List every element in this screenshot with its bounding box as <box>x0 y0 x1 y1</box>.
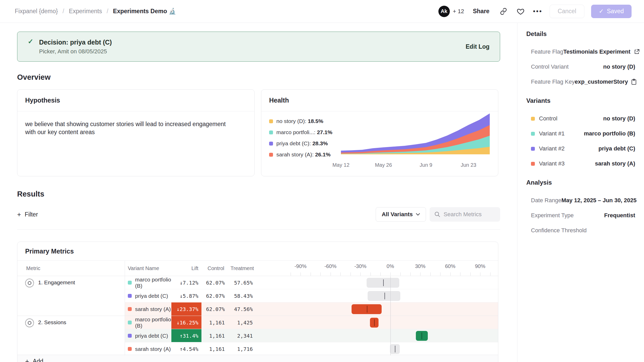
breadcrumb-separator: / <box>62 8 64 15</box>
copy-link-icon[interactable] <box>498 6 509 17</box>
lift-axis-tick <box>291 272 291 276</box>
primary-metrics-card: Primary Metrics Metric Variant Name Lift… <box>17 242 498 362</box>
confidence-interval-bar[interactable] <box>367 278 399 288</box>
control-cell: 62.07% <box>201 276 227 289</box>
variant-row: Control no story (D) <box>526 111 635 126</box>
add-filter-button[interactable]: + Filter <box>17 211 38 219</box>
health-card: Health no story (D): 18.5% marco portfol… <box>261 89 498 176</box>
favorite-icon[interactable] <box>515 6 526 17</box>
legend-item[interactable]: priya debt (C): 28.3% <box>269 140 332 147</box>
topbar-actions: Ak + 12 Share ••• Cancel ✓ Saved <box>438 5 632 18</box>
variant-name-cell[interactable]: priya debt (C) <box>125 289 171 302</box>
detail-row-control-variant: Control Variant no story (D) <box>526 59 635 74</box>
lift-cell: ↑4.54% <box>171 342 201 356</box>
variant-name-cell[interactable]: marco portfolio (B) <box>125 316 171 329</box>
lift-axis-tick <box>331 272 331 276</box>
detail-row-feature-flag-key: Feature Flag Key exp_customerStory <box>526 74 635 89</box>
legend-swatch <box>269 142 273 146</box>
column-treatment: Treatment <box>227 265 255 271</box>
confidence-interval-mid-tick <box>367 306 367 313</box>
legend-item[interactable]: marco portfoli...: 27.1% <box>269 129 332 135</box>
column-variant-name: Variant Name <box>125 265 171 271</box>
legend-swatch <box>269 119 273 123</box>
collaborators-count[interactable]: + 12 <box>453 8 464 15</box>
lift-axis-label: 90% <box>475 263 485 269</box>
variant-swatch <box>128 294 132 298</box>
search-metrics-box <box>430 207 500 222</box>
zero-baseline <box>390 276 391 355</box>
breadcrumb-experiments[interactable]: Experiments <box>69 8 102 15</box>
copy-icon[interactable] <box>631 79 637 85</box>
metric-name: 1. Engagement <box>38 279 75 286</box>
avatar[interactable]: Ak <box>438 6 450 17</box>
metric-cell[interactable]: 2. Sessions <box>17 316 125 356</box>
decision-banner: ✓ Decision: priya debt (C) Picker, Amit … <box>17 32 500 62</box>
confidence-interval-bar[interactable] <box>368 291 400 301</box>
variants-dropdown[interactable]: All Variants <box>376 207 426 222</box>
analysis-row-experiment-type: Experiment Type Frequentist <box>526 208 635 223</box>
external-link-icon[interactable] <box>634 49 640 55</box>
saved-button[interactable]: ✓ Saved <box>591 5 632 18</box>
metrics-table-header: Metric Variant Name Lift Control Treatme… <box>17 260 498 276</box>
legend-item[interactable]: no story (D): 18.5% <box>269 118 332 124</box>
add-metric-button[interactable]: + Add <box>25 357 43 362</box>
variant-swatch <box>531 117 535 121</box>
treatment-cell: 57.65% <box>227 276 255 289</box>
lift-axis-tick <box>360 272 361 276</box>
lift-axis-tick <box>410 272 411 276</box>
variant-swatch <box>128 334 132 338</box>
search-metrics-input[interactable] <box>444 211 495 218</box>
legend-item[interactable]: sarah story (A): 26.1% <box>269 151 332 158</box>
variants-section: Variants Control no story (D) Variant #1… <box>526 97 635 171</box>
confidence-interval-cell <box>255 342 498 356</box>
control-cell: 62.07% <box>201 289 227 302</box>
variant-name-cell[interactable]: priya debt (C) <box>125 329 171 342</box>
health-title: Health <box>261 90 498 111</box>
lift-axis-tick <box>420 272 421 276</box>
chevron-down-icon <box>416 213 420 216</box>
breadcrumb-separator: / <box>107 8 108 15</box>
analysis-title: Analysis <box>526 179 635 186</box>
plus-icon: + <box>17 211 21 219</box>
main-content: ✓ Decision: priya debt (C) Picker, Amit … <box>0 23 517 362</box>
lift-axis-tick <box>440 272 440 276</box>
metric-goal-icon <box>25 279 34 287</box>
lift-axis-tick <box>390 272 391 276</box>
lift-axis-label: 30% <box>415 263 425 269</box>
lift-axis-label: -60% <box>324 263 337 269</box>
metric-cell[interactable]: 1. Engagement <box>17 276 125 316</box>
variant-name-cell[interactable]: marco portfolio (B) <box>125 276 171 289</box>
variant-swatch <box>531 147 535 151</box>
details-sidebar: Details Feature Flag Testimonials Experi… <box>517 23 644 362</box>
metric-column-divider <box>125 260 125 355</box>
metric-group: 2. Sessions marco portfolio (B)↓16.25%1,… <box>17 316 498 356</box>
share-button[interactable]: Share <box>473 8 489 15</box>
lift-cell: ↑31.4% <box>171 329 201 342</box>
metric-group: 1. Engagement marco portfolio (B)↓7.12%6… <box>17 276 498 316</box>
detail-row-feature-flag: Feature Flag Testimonials Experiment <box>526 44 635 59</box>
lift-cell: ↓23.37% <box>171 302 201 316</box>
lift-axis-tick <box>351 272 351 276</box>
hypothesis-body[interactable]: we believe that showing customer stories… <box>17 111 243 145</box>
decision-subtitle: Picker, Amit on 08/05/2025 <box>39 48 466 55</box>
edit-log-button[interactable]: Edit Log <box>466 43 489 50</box>
confidence-interval-cell <box>255 302 498 316</box>
variant-name-cell[interactable]: sarah story (A) <box>125 302 171 316</box>
lift-axis-tick <box>300 272 301 276</box>
confidence-interval-bar[interactable] <box>352 304 382 314</box>
lift-axis-label: -90% <box>295 263 307 269</box>
lift-axis-tick <box>400 272 401 276</box>
more-options-button[interactable]: ••• <box>533 6 543 17</box>
lift-axis-tick <box>480 272 480 276</box>
variant-name-cell[interactable]: sarah story (A) <box>125 342 171 356</box>
lift-axis-tick <box>450 272 451 276</box>
overview-heading: Overview <box>17 73 500 82</box>
plus-icon: + <box>25 357 29 362</box>
details-title: Details <box>526 30 635 38</box>
variants-title: Variants <box>526 97 635 104</box>
variant-swatch <box>128 347 132 351</box>
cancel-button[interactable]: Cancel <box>550 5 584 18</box>
breadcrumb-project[interactable]: Fixpanel {demo} <box>15 8 58 15</box>
control-cell: 1,161 <box>201 342 227 356</box>
variant-row: Variant #2 priya debt (C) <box>526 141 635 156</box>
